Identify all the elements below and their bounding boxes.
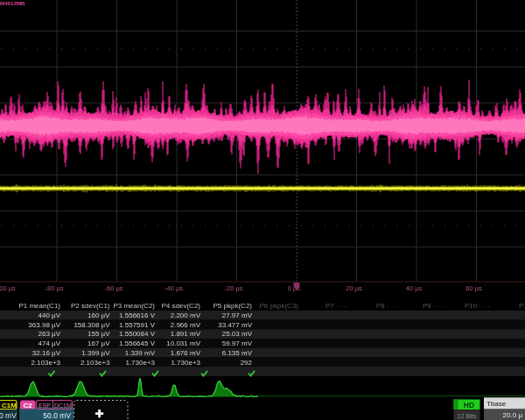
svg-text:160 µV: 160 µV bbox=[88, 312, 110, 319]
svg-text:P10 - - -: P10 - - - bbox=[465, 302, 490, 310]
svg-text:1.339 mV: 1.339 mV bbox=[125, 349, 156, 357]
svg-text:155 µV: 155 µV bbox=[88, 330, 110, 338]
svg-text:10.031 mV: 10.031 mV bbox=[166, 340, 200, 347]
svg-text:P7 - - -: P7 - - - bbox=[326, 302, 347, 310]
svg-text:ESP: ESP bbox=[38, 402, 51, 409]
svg-text:27.97 mV: 27.97 mV bbox=[222, 312, 253, 319]
svg-text:2.966 mV: 2.966 mV bbox=[171, 321, 201, 329]
svg-text:1.557591 V: 1.557591 V bbox=[119, 321, 156, 329]
svg-text:263 µV: 263 µV bbox=[38, 330, 60, 338]
svg-text:1.676 mV: 1.676 mV bbox=[171, 349, 201, 357]
svg-text:363.98 µV: 363.98 µV bbox=[28, 321, 60, 329]
svg-text:P9 - - -: P9 - - - bbox=[423, 302, 444, 310]
svg-text:P8 - - -: P8 - - - bbox=[376, 302, 398, 310]
svg-text:292: 292 bbox=[241, 359, 253, 367]
svg-text:P4 sdev(C2): P4 sdev(C2) bbox=[162, 302, 201, 310]
svg-text:P6 pkpk(C3): P6 pkpk(C3) bbox=[260, 302, 299, 310]
svg-text:33.477 mV: 33.477 mV bbox=[218, 321, 252, 329]
svg-text:25.03 mV: 25.03 mV bbox=[222, 330, 253, 338]
svg-text:158.308 µV: 158.308 µV bbox=[74, 321, 110, 329]
svg-text:P1 - - -: P1 - - - bbox=[519, 302, 525, 310]
svg-text:P5 pkpk(C2): P5 pkpk(C2) bbox=[214, 302, 253, 310]
svg-text:1.556645 V: 1.556645 V bbox=[119, 340, 156, 347]
svg-text:C2: C2 bbox=[23, 402, 32, 410]
svg-text:1.891 mV: 1.891 mV bbox=[171, 330, 201, 338]
svg-text:-80 µs: -80 µs bbox=[46, 284, 64, 292]
svg-text:M4012MB: M4012MB bbox=[0, 0, 25, 6]
svg-text:60 µs: 60 µs bbox=[466, 284, 482, 292]
svg-text:1.399 µV: 1.399 µV bbox=[81, 349, 110, 357]
svg-text:20.0 µ: 20.0 µ bbox=[503, 411, 523, 419]
svg-text:12 Bits: 12 Bits bbox=[458, 413, 477, 419]
svg-text:20 µs: 20 µs bbox=[346, 284, 362, 292]
svg-text:1.730e+3: 1.730e+3 bbox=[125, 359, 155, 367]
svg-text:P2 sdev(C1): P2 sdev(C1) bbox=[71, 302, 110, 310]
svg-text:Tbase: Tbase bbox=[486, 400, 507, 408]
svg-text:-20 µs: -20 µs bbox=[225, 284, 243, 292]
svg-text:1.730e+3: 1.730e+3 bbox=[171, 359, 200, 367]
svg-text:0 mV: 0 mV bbox=[0, 411, 17, 420]
svg-text:6.135 mV: 6.135 mV bbox=[222, 349, 253, 357]
svg-text:32.16 µV: 32.16 µV bbox=[32, 349, 61, 357]
svg-text:50.0 mV: 50.0 mV bbox=[43, 411, 71, 420]
svg-text:40 µs: 40 µs bbox=[406, 284, 423, 292]
svg-text:167 µV: 167 µV bbox=[88, 340, 110, 347]
svg-text:1.550084 V: 1.550084 V bbox=[119, 330, 156, 338]
svg-text:-40 µs: -40 µs bbox=[164, 284, 183, 292]
svg-text:HD: HD bbox=[464, 401, 474, 410]
svg-text:474 µV: 474 µV bbox=[38, 340, 60, 347]
svg-text:-60 µs: -60 µs bbox=[105, 284, 123, 292]
svg-text:P3 mean(C2): P3 mean(C2) bbox=[113, 302, 155, 310]
svg-text:2.103e+3: 2.103e+3 bbox=[80, 359, 110, 367]
svg-text:2.200 mV: 2.200 mV bbox=[171, 312, 201, 319]
svg-text:DC1M: DC1M bbox=[54, 402, 72, 409]
svg-text:2.103e+3: 2.103e+3 bbox=[31, 359, 60, 367]
svg-text:59.97 mV: 59.97 mV bbox=[222, 340, 253, 347]
svg-text:00 µs: 00 µs bbox=[0, 284, 16, 292]
svg-text:C1M: C1M bbox=[2, 402, 17, 410]
svg-text:P1 mean(C1): P1 mean(C1) bbox=[18, 302, 60, 310]
svg-text:440 µV: 440 µV bbox=[38, 312, 60, 319]
svg-text:1.556616 V: 1.556616 V bbox=[119, 312, 156, 319]
